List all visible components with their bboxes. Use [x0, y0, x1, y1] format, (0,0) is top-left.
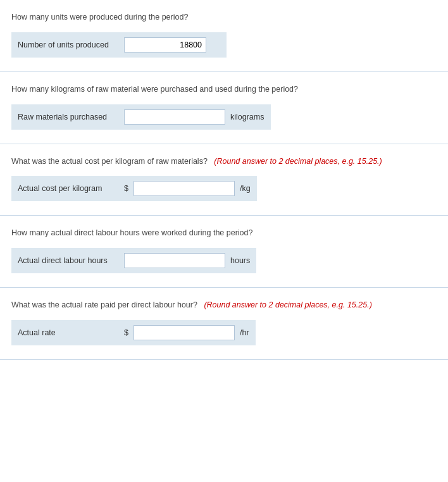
- input-units-produced[interactable]: [124, 37, 206, 53]
- label-units-produced: Number of units produced: [18, 40, 119, 49]
- question-actual-rate: What was the actual rate paid per direct…: [11, 299, 437, 311]
- question-actual-cost-note: (Round answer to 2 decimal places, e.g. …: [214, 157, 382, 166]
- section-actual-cost: What was the actual cost per kilogram of…: [0, 144, 448, 216]
- question-units-produced: How many units were produced during the …: [11, 11, 437, 23]
- section-actual-rate: What was the actual rate paid per direct…: [0, 288, 448, 360]
- prefix-actual-cost: $: [124, 184, 128, 193]
- section-units-produced: How many units were produced during the …: [0, 0, 448, 72]
- question-actual-rate-note: (Round answer to 2 decimal places, e.g. …: [204, 300, 371, 309]
- prefix-actual-rate: $: [124, 328, 128, 337]
- label-raw-materials: Raw materials purchased: [18, 113, 119, 121]
- input-actual-rate[interactable]: [134, 325, 235, 340]
- input-row-units-produced: Number of units produced: [11, 32, 227, 58]
- question-actual-cost-text: What was the actual cost per kilogram of…: [11, 157, 208, 166]
- question-labour-hours: How many actual direct labour hours were…: [11, 227, 437, 239]
- input-row-labour-hours: Actual direct labour hours hours: [11, 248, 256, 273]
- label-actual-cost: Actual cost per kilogram: [18, 184, 119, 193]
- question-raw-materials-text: How many kilograms of raw material were …: [11, 85, 298, 94]
- question-labour-hours-text: How many actual direct labour hours were…: [11, 228, 252, 237]
- question-raw-materials: How many kilograms of raw material were …: [11, 83, 437, 96]
- question-actual-cost: What was the actual cost per kilogram of…: [11, 156, 437, 168]
- section-labour-hours: How many actual direct labour hours were…: [0, 216, 448, 288]
- input-row-raw-materials: Raw materials purchased kilograms: [11, 104, 271, 130]
- suffix-actual-cost: /kg: [240, 184, 251, 193]
- suffix-raw-materials: kilograms: [230, 113, 264, 121]
- question-units-produced-text: How many units were produced during the …: [11, 13, 188, 22]
- question-actual-rate-text: What was the actual rate paid per direct…: [11, 300, 197, 309]
- suffix-labour-hours: hours: [230, 256, 250, 265]
- input-row-actual-cost: Actual cost per kilogram $ /kg: [11, 176, 257, 201]
- label-labour-hours: Actual direct labour hours: [18, 256, 119, 265]
- input-actual-cost[interactable]: [134, 181, 235, 196]
- input-raw-materials[interactable]: [124, 109, 225, 125]
- suffix-actual-rate: /hr: [240, 328, 249, 337]
- input-row-actual-rate: Actual rate $ /hr: [11, 320, 256, 345]
- section-raw-materials: How many kilograms of raw material were …: [0, 72, 448, 144]
- label-actual-rate: Actual rate: [18, 328, 119, 337]
- input-labour-hours[interactable]: [124, 253, 225, 268]
